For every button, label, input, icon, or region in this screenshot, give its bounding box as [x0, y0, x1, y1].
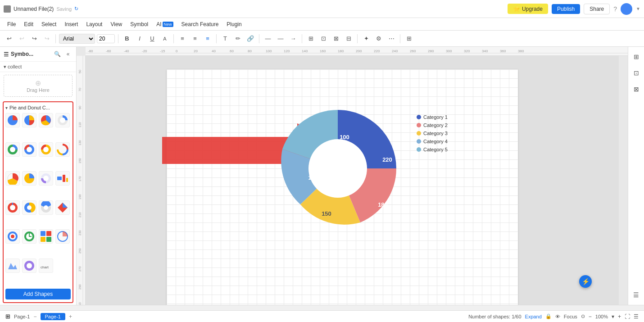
upgrade-button[interactable]: ⭐ Upgrade — [508, 4, 548, 14]
align-left-button[interactable]: ≡ — [177, 33, 188, 44]
zoom-chevron[interactable]: ▾ — [612, 313, 614, 320]
canvas[interactable]: 100 220 120 150 180 Category 1 Category … — [86, 56, 619, 305]
shape-thumb-22[interactable] — [22, 259, 36, 273]
focus-label[interactable]: Focus — [564, 314, 577, 319]
link-button[interactable]: 🔗 — [245, 33, 256, 44]
shape-thumb-14[interactable] — [22, 200, 36, 215]
horizontal-scrollbar[interactable] — [0, 305, 644, 310]
shape-thumb-8[interactable] — [55, 142, 70, 157]
right-panel-btn3[interactable]: ⊠ — [630, 83, 643, 95]
redo-button[interactable]: ↪ — [29, 33, 40, 44]
font-select[interactable]: Arial — [59, 34, 95, 44]
shape-thumb-4[interactable] — [55, 113, 70, 127]
line2-button[interactable]: — — [275, 33, 286, 44]
table-button[interactable]: ⊞ — [404, 33, 414, 44]
shape-thumb-2[interactable] — [22, 113, 36, 127]
text-button[interactable]: T — [220, 33, 231, 44]
undo-button[interactable]: ↩ — [4, 33, 14, 44]
layout-btn4[interactable]: ⊟ — [343, 33, 354, 44]
separator-8 — [400, 34, 400, 43]
shape-thumb-7[interactable] — [39, 142, 53, 157]
sidebar-collapse-icon[interactable]: « — [63, 50, 73, 59]
page-minus-button[interactable]: − — [33, 313, 36, 320]
menu-select[interactable]: Select — [38, 20, 60, 29]
canvas-paper[interactable]: 100 220 120 150 180 Category 1 Category … — [167, 69, 518, 305]
underline-button[interactable]: U — [147, 33, 158, 44]
page-tab[interactable]: Page-1 — [41, 313, 65, 320]
layout-btn2[interactable]: ⊡ — [318, 33, 329, 44]
svg-text:220: 220 — [382, 156, 392, 163]
shape-thumb-10[interactable] — [22, 171, 36, 186]
expand-button[interactable]: Expand — [525, 314, 542, 319]
share-button[interactable]: Share — [584, 4, 610, 14]
edit-button[interactable]: ⚙ — [373, 33, 384, 44]
undo2-button[interactable]: ↩ — [16, 33, 27, 44]
menu-edit[interactable]: Edit — [20, 20, 37, 29]
svg-text:210: 210 — [78, 212, 82, 218]
add-shapes-button[interactable]: Add Shapes — [5, 289, 71, 299]
layout-btn3[interactable]: ⊠ — [331, 33, 341, 44]
more-btn[interactable]: ⋯ — [386, 33, 397, 44]
right-panel: ⊞ ⊡ ⊠ ☰ — [628, 47, 644, 305]
sparkle-button[interactable]: ✦ — [361, 33, 372, 44]
layout-btn1[interactable]: ⊞ — [305, 33, 316, 44]
shape-thumb-5[interactable] — [5, 142, 20, 157]
eye-icon[interactable]: 👁 — [555, 314, 560, 319]
page-view-icon[interactable]: ⊞ — [5, 313, 10, 320]
shape-thumb-15[interactable] — [39, 200, 53, 215]
drag-area[interactable]: ⊕ Drag Here — [4, 75, 73, 97]
bold-button[interactable]: B — [122, 33, 132, 44]
help-icon[interactable]: ? — [613, 5, 617, 13]
more-options-button[interactable]: ☰ — [634, 313, 639, 320]
zoom-in-button[interactable]: + — [618, 313, 621, 320]
shape-thumb-20[interactable] — [55, 229, 70, 244]
fab-button[interactable]: ⚡ — [579, 275, 592, 288]
menu-insert[interactable]: Insert — [61, 20, 82, 29]
shape-thumb-19[interactable] — [39, 229, 53, 244]
zoom-out-button[interactable]: − — [589, 313, 592, 320]
right-panel-settings[interactable]: ☰ — [630, 289, 643, 301]
align-right-button[interactable]: ≡ — [202, 33, 213, 44]
menu-view[interactable]: View — [107, 20, 126, 29]
shape-thumb-9[interactable] — [5, 171, 20, 186]
arrow-button[interactable]: → — [288, 33, 299, 44]
shape-thumb-17[interactable] — [5, 229, 20, 244]
shape-thumb-11[interactable] — [39, 171, 53, 186]
publish-button[interactable]: Publish — [552, 4, 580, 14]
svg-text:100: 100 — [266, 49, 272, 53]
right-panel-btn1[interactable]: ⊞ — [630, 50, 643, 63]
account-chevron-icon[interactable]: ▼ — [636, 6, 640, 11]
fullscreen-button[interactable]: ⛶ — [625, 313, 630, 320]
shape-thumb-18[interactable] — [22, 229, 36, 244]
shape-thumb-1[interactable] — [5, 113, 20, 127]
avatar[interactable] — [621, 3, 632, 15]
shape-thumb-6[interactable] — [22, 142, 36, 157]
right-panel-btn2[interactable]: ⊡ — [630, 67, 643, 79]
pen-button[interactable]: ✏ — [232, 33, 243, 44]
page-plus-button[interactable]: + — [69, 313, 72, 320]
shape-thumb-13[interactable] — [5, 200, 20, 215]
italic-button[interactable]: I — [134, 33, 145, 44]
menu-plugin[interactable]: Plugin — [223, 20, 245, 29]
donut-chart[interactable]: 100 220 120 150 180 — [270, 101, 405, 236]
collect-label[interactable]: ▾ collect — [4, 64, 22, 69]
sidebar-search-icon[interactable]: 🔍 — [53, 50, 62, 59]
font-color-button[interactable]: A — [159, 33, 170, 44]
file-title: Unnamed File(2) — [14, 6, 54, 12]
svg-text:170: 170 — [78, 176, 82, 181]
menu-layout[interactable]: Layout — [82, 20, 106, 29]
shape-thumb-21[interactable] — [5, 259, 20, 273]
line-button[interactable]: — — [263, 33, 273, 44]
menu-file[interactable]: File — [4, 20, 19, 29]
redo2-button[interactable]: ↪ — [41, 33, 52, 44]
align-center-button[interactable]: ≡ — [190, 33, 200, 44]
font-size-input[interactable] — [97, 34, 115, 43]
shape-thumb-12[interactable] — [55, 171, 70, 186]
shape-thumb-23[interactable]: chart — [39, 259, 53, 273]
shape-thumb-16[interactable] — [55, 200, 70, 215]
menu-search-feature[interactable]: Search Feature — [178, 20, 222, 29]
menu-symbol[interactable]: Symbol — [127, 20, 152, 29]
shape-thumb-3[interactable] — [39, 113, 53, 127]
canvas-area[interactable]: -80-60-40 -20-150 204060 80100120 140160… — [77, 47, 628, 305]
menu-ai[interactable]: AI New — [153, 20, 177, 29]
